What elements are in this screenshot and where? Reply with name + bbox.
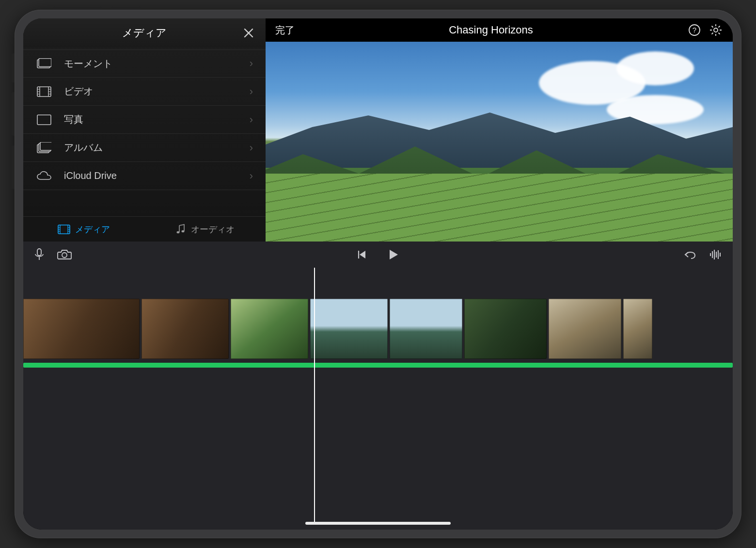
media-panel-header: メディア [23, 18, 266, 48]
svg-rect-37 [37, 249, 41, 256]
tab-audio-label: オーディオ [191, 224, 235, 235]
media-panel: メディア モーメント › [23, 18, 266, 242]
svg-line-36 [712, 33, 713, 34]
skip-back-button[interactable] [357, 250, 367, 259]
close-button[interactable] [243, 28, 254, 38]
svg-point-28 [714, 28, 718, 32]
svg-line-34 [719, 33, 720, 34]
home-indicator[interactable] [305, 522, 451, 525]
chevron-right-icon: › [250, 142, 253, 154]
camera-button[interactable] [57, 249, 72, 260]
done-button[interactable]: 完了 [275, 24, 295, 37]
moments-icon [36, 58, 52, 69]
media-item-label: iCloud Drive [64, 170, 238, 181]
timeline-clip[interactable] [549, 299, 621, 359]
svg-rect-11 [37, 115, 51, 125]
undo-button[interactable] [683, 250, 697, 259]
help-button[interactable]: ? [687, 23, 702, 37]
audio-track[interactable] [23, 363, 733, 368]
timeline[interactable] [23, 268, 733, 530]
media-tabs: メディア オーディオ [23, 216, 266, 242]
media-item-album[interactable]: アルバム › [23, 134, 266, 162]
chevron-right-icon: › [250, 113, 253, 126]
media-source-list: モーメント › ビデオ › 写真 [23, 48, 266, 216]
audio-waveform-button[interactable] [709, 249, 722, 260]
album-icon [36, 142, 52, 154]
timeline-clip[interactable] [23, 299, 140, 359]
svg-point-25 [182, 230, 185, 232]
timeline-clip[interactable] [142, 299, 229, 359]
media-item-label: アルバム [64, 141, 238, 154]
settings-button[interactable] [709, 23, 723, 37]
play-button[interactable] [388, 249, 399, 260]
timeline-toolbar [23, 242, 733, 268]
playhead[interactable] [314, 268, 315, 525]
preview-pane: 完了 Chasing Horizons ? [266, 18, 733, 242]
timeline-clip[interactable] [231, 299, 308, 359]
cloud-icon [36, 171, 52, 181]
chevron-right-icon: › [250, 85, 253, 98]
timeline-clip[interactable] [464, 299, 547, 359]
preview-header: 完了 Chasing Horizons ? [266, 18, 733, 42]
photo-icon [36, 114, 52, 125]
project-title: Chasing Horizons [301, 24, 680, 36]
svg-point-24 [177, 231, 180, 233]
media-item-icloud-drive[interactable]: iCloud Drive › [23, 162, 266, 190]
svg-rect-1 [39, 59, 51, 67]
svg-point-39 [62, 253, 67, 258]
tab-audio[interactable]: オーディオ [144, 217, 266, 242]
media-item-video[interactable]: ビデオ › [23, 78, 266, 106]
svg-rect-14 [40, 142, 51, 150]
app-screen: メディア モーメント › [23, 18, 733, 530]
svg-line-33 [712, 26, 713, 28]
svg-line-35 [719, 26, 720, 28]
tab-media[interactable]: メディア [23, 217, 144, 242]
music-note-icon [175, 224, 186, 235]
media-item-moments[interactable]: モーメント › [23, 49, 266, 78]
record-voiceover-button[interactable] [34, 248, 45, 261]
video-preview[interactable] [266, 42, 733, 242]
media-item-photo[interactable]: 写真 › [23, 106, 266, 134]
media-item-label: モーメント [64, 57, 238, 70]
timeline-clip[interactable] [310, 299, 388, 359]
timeline-clip[interactable] [390, 299, 462, 359]
filmstrip-icon [58, 225, 70, 234]
timeline-clip[interactable] [623, 299, 652, 359]
chevron-right-icon: › [250, 57, 253, 70]
tab-media-label: メディア [75, 224, 110, 235]
media-item-label: 写真 [64, 113, 238, 126]
chevron-right-icon: › [250, 170, 253, 182]
clip-track[interactable] [23, 299, 733, 359]
svg-text:?: ? [693, 26, 696, 34]
video-icon [36, 86, 52, 97]
media-item-label: ビデオ [64, 85, 238, 98]
ipad-frame: メディア モーメント › [15, 10, 741, 538]
media-panel-title: メディア [122, 26, 167, 40]
